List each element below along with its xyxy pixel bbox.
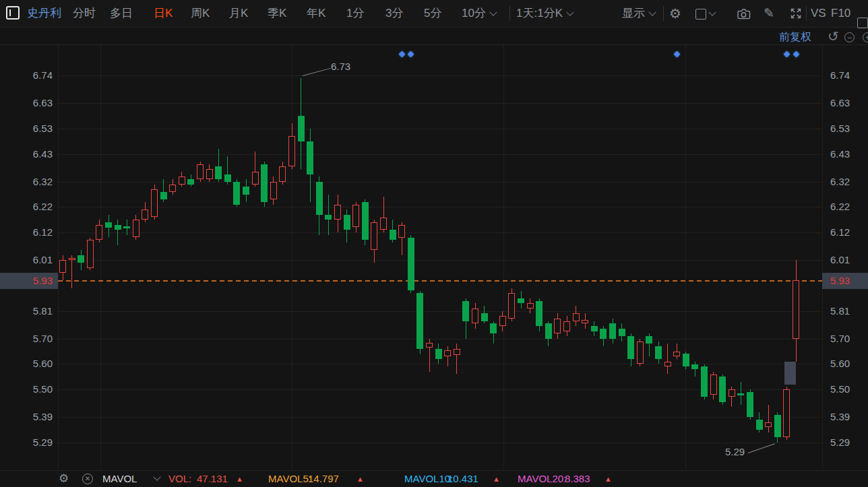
gridline [58,129,822,129]
tab-monthly-k[interactable]: 月K [229,0,248,27]
gridline [58,154,822,155]
candle-body [490,323,497,333]
fullscreen-expand-icon[interactable] [790,7,802,20]
candle-body [710,375,717,395]
candle-body [554,319,561,334]
candle-body [197,164,204,180]
vol-label: VOL: [168,471,191,487]
tab-timeline[interactable]: 分时 [73,0,96,27]
candle-body [151,189,158,217]
tab-quarterly-k[interactable]: 季K [268,0,286,27]
axis-tick-left: 5.60 [0,358,53,370]
candle-body [179,176,185,184]
zoom-in-icon[interactable]: + [863,32,868,42]
candle-body [691,364,698,370]
tab-multiday[interactable]: 多日 [110,0,133,27]
candle-body [756,420,763,430]
axis-tick-right: 5.29 [830,436,850,449]
candle-body [78,255,84,263]
candle-body [187,179,194,185]
candle-body [408,238,414,291]
chevron-down-icon[interactable] [150,470,160,487]
candle-body [426,343,433,348]
candle-body [261,164,268,202]
candle-body [416,293,423,349]
toolbar-separator [806,6,807,21]
tab-3min[interactable]: 3分 [385,0,403,27]
candle-body [655,346,662,359]
undo-restore-icon[interactable]: ↺ [828,28,839,44]
main-toolbar: 史丹利 分时多日日K周K月K季K年K1分3分5分10分 1天:1分K 显示 ⚙ … [0,0,868,28]
candle-body [398,225,405,238]
tab-10min[interactable]: 10分 [462,0,496,27]
candle-body [573,313,580,321]
candle-body [435,349,442,359]
vol-up-arrow-icon: ▲ [236,471,243,487]
candle-body [774,415,781,438]
candle-body [252,172,259,185]
vs-button[interactable]: VS [811,0,826,27]
indicator-settings-gear-icon[interactable]: ⚙ [59,471,69,487]
candle-body [793,280,799,338]
gray-marker-box [784,362,796,385]
candle-body [472,309,478,324]
candle-body [380,218,387,230]
settings-gear-icon[interactable]: ⚙ [669,0,681,27]
tab-daily-k[interactable]: 日K [154,0,173,27]
f10-button[interactable]: F10 [831,0,850,27]
axis-tick-left: 5.81 [0,305,53,317]
axis-tick-right: 6.53 [830,123,850,135]
zoom-out-icon[interactable]: − [844,32,855,42]
axis-tick-left: 6.53 [0,123,53,135]
mavol20-up-arrow-icon: ▲ [604,471,612,487]
candle-body [325,215,332,220]
axis-tick-left: 5.70 [0,333,53,345]
interval-selector[interactable]: 1天:1分K [516,0,573,27]
tab-weekly-k[interactable]: 周K [191,0,210,27]
last-price-dashed-line [58,280,822,282]
toolbar-separator [663,6,664,21]
axis-tick-left: 6.12 [0,226,53,238]
candle-body [719,377,726,402]
candle-body [69,258,75,261]
signal-diamond-marker [398,51,405,58]
tab-yearly-k[interactable]: 年K [307,0,326,27]
candle-wick [768,405,769,432]
gridline [58,207,822,207]
adjust-mode-selector[interactable]: 前复权 [779,30,811,44]
axis-tick-right: 5.50 [830,383,850,395]
mavol5-label: MAVOL5: [268,471,311,487]
axis-tick-right: 6.12 [830,226,850,238]
candle-body [536,301,542,327]
layout-square-icon[interactable] [695,0,715,27]
axis-tick-left: 6.32 [0,176,53,188]
mavol20-value: 8.383 [565,471,590,487]
tab-5min[interactable]: 5分 [424,0,441,27]
candle-body [390,230,396,240]
low-annotation: 5.29 [725,447,745,457]
candle-body [481,313,488,321]
display-menu[interactable]: 显示 [622,0,655,27]
camera-icon[interactable] [737,8,751,19]
panel-square-icon[interactable] [857,9,868,36]
candle-body [637,342,644,364]
indicator-group-label[interactable]: MAVOL [102,471,137,487]
candle-body [765,422,772,428]
candle-body [664,362,671,367]
window-panel-icon[interactable] [6,6,20,20]
tab-1min[interactable]: 1分 [346,0,364,27]
axis-tick-left: 6.43 [0,148,53,160]
pencil-draw-icon[interactable]: ✎ [764,0,774,27]
indicator-close-icon[interactable]: ✕ [82,474,93,484]
candle-body [279,166,286,182]
mavol10-label: MAVOL10: [404,471,453,487]
axis-tick-right: 5.39 [830,411,850,423]
candle-body [215,166,222,179]
axis-left-border [58,44,59,469]
candle-body [307,141,313,174]
chart-top-border [0,44,868,45]
candle-body [133,220,140,237]
chevron-down-icon [566,9,574,16]
gridline [58,311,822,312]
last-price-label-left: 5.93 [0,273,58,289]
